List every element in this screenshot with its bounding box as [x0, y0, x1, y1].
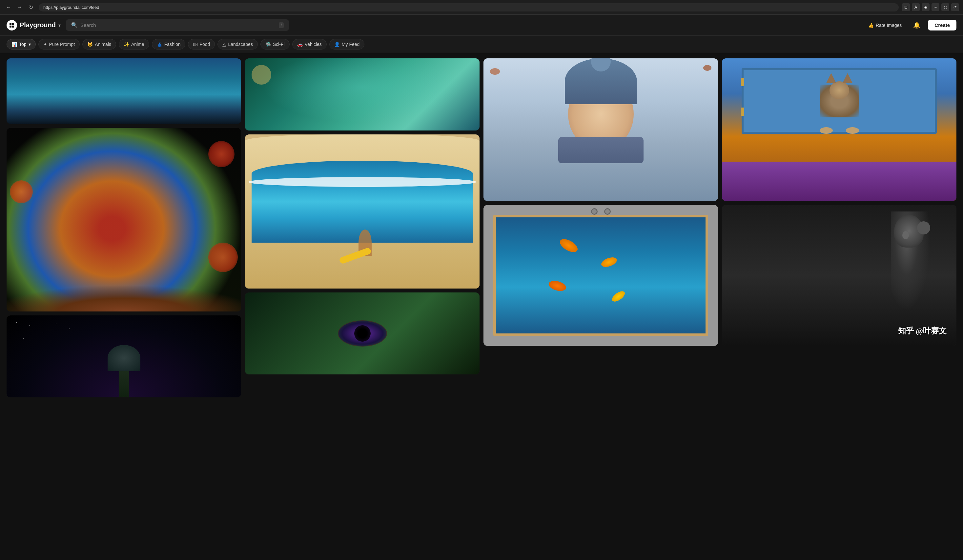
image-card-blue-landscape[interactable] — [6, 58, 241, 124]
search-shortcut: / — [279, 22, 284, 28]
my-feed-icon: 👤 — [334, 42, 340, 47]
category-fashion[interactable]: 👗 Fashion — [152, 39, 186, 50]
ext-icon-4[interactable]: ⋯ — [932, 3, 939, 11]
category-my-feed[interactable]: 👤 My Feed — [329, 39, 365, 50]
back-button[interactable]: ← — [4, 3, 13, 12]
ext-icon-2[interactable]: A — [912, 3, 920, 11]
app-header: Playground ▾ 🔍 Search / 👍 Rate Images 🔔 … — [0, 15, 963, 36]
create-button[interactable]: Create — [928, 19, 957, 31]
woman-text-overlay: 知乎 @叶赛文 — [898, 325, 947, 336]
url-text: https://playgroundai.com/feed — [43, 5, 99, 10]
fashion-icon: 👗 — [157, 42, 162, 47]
refresh-button[interactable]: ↻ — [26, 3, 36, 12]
browser-chrome: ← → ↻ https://playgroundai.com/feed ⊡ A … — [0, 0, 963, 15]
image-card-teal-art[interactable] — [245, 58, 480, 131]
svg-rect-2 — [10, 26, 11, 28]
category-food[interactable]: 🍽 Food — [188, 39, 215, 50]
category-sci-fi[interactable]: 🛸 Sci-Fi — [260, 39, 290, 50]
main-content: 知乎 @叶赛文 — [0, 53, 963, 403]
category-my-feed-label: My Feed — [342, 42, 360, 47]
image-goldfish — [483, 205, 718, 346]
svg-rect-1 — [12, 23, 14, 25]
landscapes-icon: △ — [222, 42, 226, 47]
image-card-surfer[interactable] — [245, 134, 480, 288]
image-card-parrot[interactable] — [6, 128, 241, 311]
logo-chevron: ▾ — [58, 23, 61, 28]
forward-button[interactable]: → — [15, 3, 24, 12]
category-landscapes-label: Landscapes — [228, 42, 253, 47]
logo-area[interactable]: Playground ▾ — [6, 20, 61, 31]
food-icon: 🍽 — [193, 42, 198, 47]
image-card-space-tree[interactable] — [6, 316, 241, 397]
logo-text: Playground — [19, 21, 56, 29]
image-eye — [245, 293, 480, 374]
browser-extensions: ⊡ A ◈ ⋯ ◎ ⟳ — [902, 3, 959, 11]
ext-icon-1[interactable]: ⊡ — [902, 3, 910, 11]
category-vehicles[interactable]: 🚗 Vehicles — [292, 39, 327, 50]
rate-images-button[interactable]: 👍 Rate Images — [864, 20, 906, 31]
svg-rect-0 — [10, 23, 11, 25]
category-food-label: Food — [199, 42, 210, 47]
grid-col-4: 知乎 @叶赛文 — [722, 58, 957, 397]
image-teal-art — [245, 58, 480, 131]
grid-col-2 — [245, 58, 480, 397]
grid-col-1 — [6, 58, 241, 397]
url-bar[interactable]: https://playgroundai.com/feed — [39, 3, 899, 11]
search-placeholder-text: Search — [80, 22, 276, 28]
category-sci-fi-label: Sci-Fi — [273, 42, 285, 47]
category-animals[interactable]: 🐱 Animals — [82, 39, 116, 50]
image-blue-landscape — [6, 58, 241, 124]
category-vehicles-label: Vehicles — [305, 42, 322, 47]
search-bar[interactable]: 🔍 Search / — [66, 19, 289, 31]
notification-button[interactable]: 🔔 — [911, 19, 922, 31]
top-icon: 📊 — [11, 42, 17, 47]
animals-icon: 🐱 — [87, 42, 93, 47]
anime-icon: ✨ — [124, 42, 129, 47]
ext-icon-3[interactable]: ◈ — [922, 3, 929, 11]
category-top[interactable]: 📊 Top ▾ — [6, 39, 36, 50]
ext-icon-5[interactable]: ◎ — [941, 3, 949, 11]
ext-icon-6[interactable]: ⟳ — [951, 3, 959, 11]
logo-icon — [6, 20, 17, 31]
svg-rect-3 — [12, 26, 14, 28]
browser-nav-buttons: ← → ↻ — [4, 3, 36, 12]
category-anime-label: Anime — [131, 42, 144, 47]
category-anime[interactable]: ✨ Anime — [119, 39, 149, 50]
vehicles-icon: 🚗 — [297, 42, 303, 47]
image-surfer — [245, 134, 480, 288]
masonry-grid: 知乎 @叶赛文 — [6, 58, 957, 397]
bell-icon: 🔔 — [913, 22, 920, 29]
image-card-child-winter[interactable] — [483, 58, 718, 201]
search-icon: 🔍 — [71, 22, 78, 28]
image-woman-sketch: 知乎 @叶赛文 — [722, 205, 957, 346]
category-animals-label: Animals — [95, 42, 111, 47]
image-space-tree — [6, 316, 241, 397]
sci-fi-icon: 🛸 — [265, 42, 271, 47]
image-card-goldfish[interactable] — [483, 205, 718, 346]
image-card-cat-window[interactable] — [722, 58, 957, 201]
image-cat-window — [722, 58, 957, 201]
category-top-label: Top — [19, 42, 27, 47]
image-child-winter — [483, 58, 718, 201]
category-pure-prompt-label: Pure Prompt — [49, 42, 75, 47]
grid-col-3 — [483, 58, 718, 397]
category-landscapes[interactable]: △ Landscapes — [217, 39, 258, 50]
pure-prompt-icon: ✦ — [43, 42, 47, 47]
top-chevron: ▾ — [29, 42, 31, 47]
category-pure-prompt[interactable]: ✦ Pure Prompt — [38, 39, 80, 50]
rate-images-label: Rate Images — [876, 23, 901, 28]
thumbs-up-icon: 👍 — [868, 23, 874, 28]
image-parrot — [6, 128, 241, 311]
image-card-eye[interactable] — [245, 293, 480, 374]
category-nav: 📊 Top ▾ ✦ Pure Prompt 🐱 Animals ✨ Anime … — [0, 36, 963, 53]
category-fashion-label: Fashion — [164, 42, 181, 47]
image-card-woman-sketch[interactable]: 知乎 @叶赛文 — [722, 205, 957, 346]
